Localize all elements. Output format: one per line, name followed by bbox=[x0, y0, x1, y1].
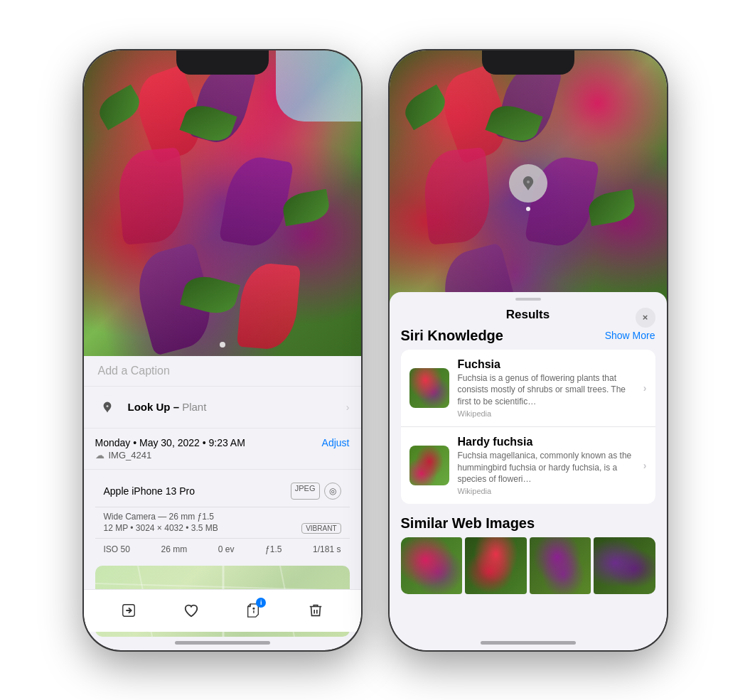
results-close-button[interactable]: × bbox=[636, 308, 655, 328]
svg-point-0 bbox=[106, 405, 108, 407]
format-badge: JPEG bbox=[291, 483, 320, 500]
similar-images-header: Similar Web Images bbox=[401, 515, 655, 532]
adjust-button[interactable]: Adjust bbox=[322, 437, 350, 448]
hardy-fuchsia-chevron-icon: › bbox=[643, 460, 647, 471]
home-indicator bbox=[175, 641, 270, 645]
siri-dot bbox=[526, 207, 530, 211]
similar-images-title: Similar Web Images bbox=[401, 515, 535, 531]
results-content: Siri Knowledge Show More Fuchsia Fuchsia… bbox=[390, 328, 667, 643]
fuchsia-text: Fuchsia Fuchsia is a genus of flowering … bbox=[458, 358, 635, 418]
info-button[interactable]: i bbox=[239, 596, 267, 625]
hardy-fuchsia-text: Hardy fuchsia Fuchsia magellanica, commo… bbox=[458, 436, 635, 495]
fuchsia-desc: Fuchsia is a genus of flowering plants t… bbox=[458, 372, 635, 408]
camera-specs: Wide Camera — 26 mm ƒ1.5 12 MP • 3024 × … bbox=[95, 507, 350, 539]
fuchsia-name: Fuchsia bbox=[458, 358, 635, 371]
flower-overlay bbox=[84, 50, 361, 356]
camera-model: Wide Camera — 26 mm ƒ1.5 bbox=[104, 512, 341, 522]
svg-point-9 bbox=[253, 608, 255, 609]
results-title: Results bbox=[506, 308, 550, 322]
filename-text: IMG_4241 bbox=[109, 450, 152, 461]
heart-button[interactable] bbox=[177, 596, 205, 625]
show-more-button[interactable]: Show More bbox=[605, 330, 655, 341]
knowledge-item-fuchsia[interactable]: Fuchsia Fuchsia is a genus of flowering … bbox=[401, 350, 655, 427]
hardy-fuchsia-source: Wikipedia bbox=[458, 487, 635, 495]
notch bbox=[176, 50, 269, 75]
caption-area[interactable]: Add a Caption bbox=[84, 356, 361, 387]
fuchsia-thumbnail bbox=[409, 368, 449, 408]
similar-image-2[interactable] bbox=[465, 537, 527, 594]
ev-value: 0 ev bbox=[218, 544, 235, 554]
left-phone: Add a Caption Look Up – Plant › Monday •… bbox=[84, 50, 361, 650]
hardy-fuchsia-name: Hardy fuchsia bbox=[458, 436, 635, 448]
device-info-section: Apple iPhone 13 Pro JPEG ◎ Wide Camera —… bbox=[95, 475, 350, 560]
lookup-icon bbox=[95, 395, 119, 419]
camera-badge: ◎ bbox=[324, 483, 341, 500]
iso-value: ISO 50 bbox=[104, 544, 130, 554]
focal-value: 26 mm bbox=[161, 544, 187, 554]
bottom-toolbar: i bbox=[84, 589, 361, 632]
hardy-fuchsia-thumbnail bbox=[409, 446, 449, 485]
right-phone: Results × Siri Knowledge Show More bbox=[390, 50, 667, 650]
siri-lookup-overlay[interactable] bbox=[509, 164, 547, 211]
flower-petal-6 bbox=[236, 261, 300, 351]
exif-row: ISO 50 26 mm 0 ev ƒ1.5 1/181 s bbox=[95, 539, 350, 560]
badge-row: JPEG ◎ bbox=[291, 483, 341, 500]
shutter-value: 1/181 s bbox=[313, 544, 341, 554]
right-notch bbox=[482, 50, 574, 75]
knowledge-item-hardy-fuchsia[interactable]: Hardy fuchsia Fuchsia magellanica, commo… bbox=[401, 427, 655, 504]
fuchsia-source: Wikipedia bbox=[458, 409, 635, 418]
share-button[interactable] bbox=[114, 596, 143, 625]
similar-image-1[interactable] bbox=[401, 537, 463, 594]
device-row: Apple iPhone 13 Pro JPEG ◎ bbox=[95, 475, 350, 507]
results-panel: Results × Siri Knowledge Show More bbox=[390, 292, 667, 650]
caption-placeholder[interactable]: Add a Caption bbox=[98, 365, 170, 377]
specs-text: 12 MP • 3024 × 4032 • 3.5 MB bbox=[104, 523, 218, 533]
right-home-indicator bbox=[481, 641, 576, 645]
similar-image-4[interactable] bbox=[594, 537, 655, 594]
svg-point-11 bbox=[527, 181, 530, 183]
lookup-row[interactable]: Look Up – Plant › bbox=[84, 387, 361, 429]
date-text: Monday • May 30, 2022 • 9:23 AM bbox=[95, 437, 245, 448]
similar-images-grid bbox=[401, 537, 655, 594]
right-phone-screen: Results × Siri Knowledge Show More bbox=[390, 50, 667, 650]
cloud-icon: ☁ bbox=[95, 450, 105, 461]
lookup-chevron-icon: › bbox=[346, 402, 350, 413]
date-section: Monday • May 30, 2022 • 9:23 AM Adjust ☁… bbox=[84, 429, 361, 470]
hardy-fuchsia-desc: Fuchsia magellanica, commonly known as t… bbox=[458, 450, 635, 485]
knowledge-card: Fuchsia Fuchsia is a genus of flowering … bbox=[401, 350, 655, 505]
lookup-label: Look Up – Plant bbox=[128, 401, 207, 413]
rf-petal-3 bbox=[421, 147, 493, 244]
photo-area[interactable] bbox=[84, 50, 361, 356]
left-phone-screen: Add a Caption Look Up – Plant › Monday •… bbox=[84, 50, 361, 650]
vibrant-badge: VIBRANT bbox=[301, 523, 341, 534]
aperture-value: ƒ1.5 bbox=[265, 544, 282, 554]
leaf-1 bbox=[94, 84, 145, 130]
page-dot bbox=[220, 342, 225, 348]
siri-circle[interactable] bbox=[509, 164, 547, 203]
similar-image-3[interactable] bbox=[530, 537, 591, 594]
roof-sky bbox=[276, 50, 361, 122]
trash-button[interactable] bbox=[301, 596, 330, 625]
info-badge: i bbox=[256, 598, 266, 608]
fuchsia-chevron-icon: › bbox=[643, 382, 647, 394]
flower-petal-3 bbox=[115, 147, 187, 244]
flower-petal-4 bbox=[218, 152, 293, 250]
results-header: Results × bbox=[390, 301, 667, 328]
right-photo-area[interactable] bbox=[390, 50, 667, 313]
r-leaf-1 bbox=[400, 84, 451, 130]
device-name: Apple iPhone 13 Pro bbox=[104, 485, 195, 497]
siri-knowledge-header: Siri Knowledge Show More bbox=[401, 328, 655, 344]
siri-knowledge-title: Siri Knowledge bbox=[401, 328, 503, 344]
